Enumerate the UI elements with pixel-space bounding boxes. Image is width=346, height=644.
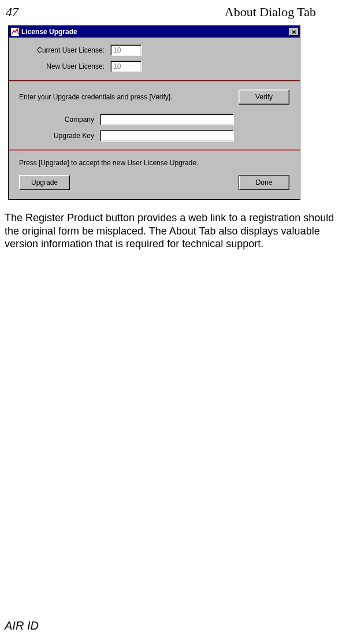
upgrade-button[interactable]: Upgrade <box>19 175 70 190</box>
current-license-label: Current User License: <box>19 46 110 54</box>
done-button[interactable]: Done <box>239 175 289 190</box>
new-license-row: New User License: 10 <box>19 61 289 72</box>
page-title: About Dialog Tab <box>225 5 316 20</box>
current-license-input[interactable]: 10 <box>110 44 142 56</box>
close-button[interactable] <box>289 28 299 36</box>
page-header: 47 About Dialog Tab <box>0 0 346 24</box>
upgrade-key-label: Upgrade Key <box>19 132 100 140</box>
new-license-label: New User License: <box>19 62 110 70</box>
company-row: Company <box>19 114 289 125</box>
body-paragraph: The Register Product button provides a w… <box>0 200 346 251</box>
upgrade-instruction: Press [Upgrade] to accept the new User L… <box>19 159 289 167</box>
titlebar-left: License Upgrade <box>11 28 77 36</box>
upgrade-key-row: Upgrade Key <box>19 130 289 142</box>
app-icon <box>11 28 19 36</box>
titlebar: License Upgrade <box>9 26 300 38</box>
credentials-section: Enter your Upgrade credentials and press… <box>9 81 300 150</box>
footer-text: AIR ID <box>5 619 39 632</box>
upgrade-key-input[interactable] <box>100 130 234 142</box>
new-license-input[interactable]: 10 <box>110 61 142 72</box>
company-label: Company <box>19 116 100 124</box>
credentials-instruction: Enter your Upgrade credentials and press… <box>19 93 239 101</box>
company-input[interactable] <box>100 114 234 125</box>
dialog-title: License Upgrade <box>21 28 77 36</box>
current-license-row: Current User License: 10 <box>19 44 289 56</box>
upgrade-section: Press [Upgrade] to accept the new User L… <box>9 151 300 199</box>
page-number: 47 <box>6 5 18 20</box>
button-row: Upgrade Done <box>19 175 289 190</box>
verify-button[interactable]: Verify <box>239 90 289 105</box>
verify-row: Enter your Upgrade credentials and press… <box>19 90 289 105</box>
dialog-body: Current User License: 10 New User Licens… <box>9 38 300 199</box>
license-upgrade-dialog: License Upgrade Current User License: 10… <box>8 25 300 200</box>
license-section: Current User License: 10 New User Licens… <box>9 38 300 80</box>
